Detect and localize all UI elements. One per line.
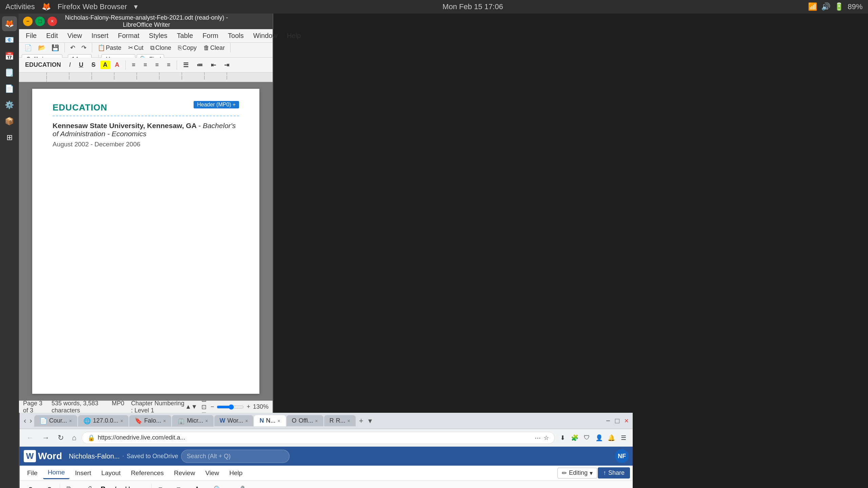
word-underline-btn[interactable]: U [122,484,133,488]
word-undo-chevron[interactable]: ▾ [38,485,42,488]
lo-align-center-btn[interactable]: ≡ [140,60,151,70]
lo-align-right-btn[interactable]: ≡ [152,60,162,70]
word-menu-view[interactable]: View [200,467,224,479]
word-menu-insert[interactable]: Insert [70,467,96,479]
nav-home-btn[interactable]: ⌂ [69,432,79,444]
sidebar-item-libreoffice[interactable]: 📄 [2,81,17,96]
tab-close-micro[interactable]: × [205,418,208,424]
lo-zoom-control[interactable]: − + 130% [211,403,269,410]
browser-tab-cour[interactable]: 📄 Cour... × [34,415,77,427]
word-menu-references[interactable]: References [126,467,169,479]
lo-maximize-button[interactable]: □ [35,17,45,26]
sidebar-item-grid[interactable]: ⊞ [2,130,17,145]
tab-close-word2[interactable]: × [277,418,280,424]
more-icon[interactable]: ☰ [618,433,629,443]
lo-italic-btn[interactable]: I [66,60,74,70]
word-list-chevron[interactable]: ▾ [168,485,171,488]
lo-menu-window[interactable]: Window [249,30,281,41]
address-bar[interactable]: https://onedrive.live.com/edit.a... [98,434,532,441]
lo-menu-file[interactable]: File [22,30,41,41]
lo-close-button[interactable]: × [47,17,57,26]
word-more-btn[interactable]: ··· [135,484,148,488]
word-dictate-chevron[interactable]: ▾ [250,485,254,488]
browser-tab-word2[interactable]: N N... × [254,415,285,426]
sidebar-item-settings[interactable]: ⚙️ [2,98,17,113]
activities-label[interactable]: Activities [5,2,35,11]
lo-menu-tools[interactable]: Tools [224,30,248,41]
lo-zoom-out-icon[interactable]: − [211,403,214,410]
sidebar-item-package[interactable]: 📦 [2,114,17,129]
tab-close-ip[interactable]: × [120,418,123,424]
word-menu-layout[interactable]: Layout [97,467,125,479]
browser-tab-micro[interactable]: 🏢 Micr... × [172,415,213,427]
word-menu-home[interactable]: Home [43,467,70,479]
tab-list-btn[interactable]: ▾ [367,415,373,427]
lo-header-badge[interactable]: Header (MP0) + [194,101,239,108]
word-highlight-btn[interactable]: A [191,484,202,488]
address-more-icon[interactable]: ⋯ [535,434,541,442]
word-menu-file[interactable]: File [22,467,42,479]
app-chevron-icon[interactable]: ▾ [134,2,138,11]
browser-minimize-btn[interactable]: − [605,415,612,427]
lo-align-left-btn[interactable]: ≡ [129,60,139,70]
lo-menu-form[interactable]: Form [198,30,222,41]
word-align-btn[interactable]: ≡ [173,484,184,488]
tab-close-word1[interactable]: × [245,418,248,424]
lo-bold-btn[interactable]: EDUCATION [22,60,64,70]
download-icon[interactable]: ⬇ [557,433,568,443]
lo-num-list-btn[interactable]: ≔ [193,60,206,70]
header-badge-plus-icon[interactable]: + [233,102,236,108]
lo-zoom-slider[interactable] [217,404,244,410]
lo-minimize-button[interactable]: − [23,17,33,26]
word-bold-btn[interactable]: B [97,484,109,488]
word-redo-btn[interactable]: ↷ [44,484,56,488]
sidebar-item-notes[interactable]: 🗒️ [2,65,17,80]
sidebar-item-calendar[interactable]: 📅 [2,49,17,64]
word-dictate-btn[interactable]: 🎤 [233,484,248,488]
editing-button[interactable]: ✏ Editing ▾ [557,468,597,479]
tab-close-r[interactable]: × [348,418,350,424]
word-menu-help[interactable]: Help [224,467,247,479]
nav-reload-btn[interactable]: ↻ [55,432,66,444]
lo-align-justify-btn[interactable]: ≡ [163,60,174,70]
tab-back-btn[interactable]: ‹ [22,415,27,427]
tab-close-fal[interactable]: × [163,418,166,424]
lo-strikethrough-btn[interactable]: S [88,60,99,70]
browser-maximize-btn[interactable]: □ [614,415,621,427]
word-italic-btn[interactable]: I [111,484,120,488]
word-user-avatar[interactable]: NF [615,449,629,463]
lo-color-btn[interactable]: A [112,60,123,70]
word-brush-btn[interactable]: 🖌 [82,484,95,488]
lo-menu-styles[interactable]: Styles [145,30,171,41]
browser-tab-r[interactable]: R R... × [324,415,356,426]
lo-redo-btn[interactable]: ↷ [79,43,89,53]
lo-nav-icon[interactable]: ▲▼ [185,403,197,410]
word-search-input[interactable] [181,450,290,463]
lo-zoom-in-icon[interactable]: + [246,403,250,410]
lo-clear-btn[interactable]: 🗑 Clear [201,43,228,53]
lo-menu-edit[interactable]: Edit [42,30,62,41]
new-tab-button[interactable]: + [356,415,366,427]
lo-undo-btn[interactable]: ↶ [67,43,78,53]
profile-icon[interactable]: 👤 [594,433,604,443]
word-menu-review[interactable]: Review [169,467,200,479]
lo-cut-btn[interactable]: ✂ Cut [125,43,146,53]
sidebar-item-firefox[interactable]: 🦊 [2,16,17,31]
lo-save-btn[interactable]: 💾 [49,43,62,53]
browser-close-btn[interactable]: × [623,415,630,427]
sidebar-item-mail[interactable]: 📧 [2,33,17,47]
puzzle-icon[interactable]: 🧩 [570,433,580,443]
lo-menu-format[interactable]: Format [114,30,143,41]
lo-open-btn[interactable]: 📂 [35,43,48,53]
lo-copy-btn[interactable]: ⎘ Copy [175,43,199,53]
word-search-chevron[interactable]: ▾ [228,485,231,488]
shield-icon[interactable]: 🛡 [582,433,592,443]
browser-tab-fal[interactable]: 🔖 Falo... × [129,415,171,427]
word-align-chevron[interactable]: ▾ [186,485,189,488]
address-bar-wrap[interactable]: 🔒 https://onedrive.live.com/edit.a... ⋯ … [82,432,555,444]
word-more2-btn[interactable]: ··· [256,484,268,488]
word-list-btn[interactable]: ≡ [155,484,166,488]
browser-tab-ip[interactable]: 🌐 127.0.0... × [78,415,129,427]
nav-back-btn[interactable]: ← [24,432,37,444]
share-button[interactable]: ↑ Share [598,467,630,479]
